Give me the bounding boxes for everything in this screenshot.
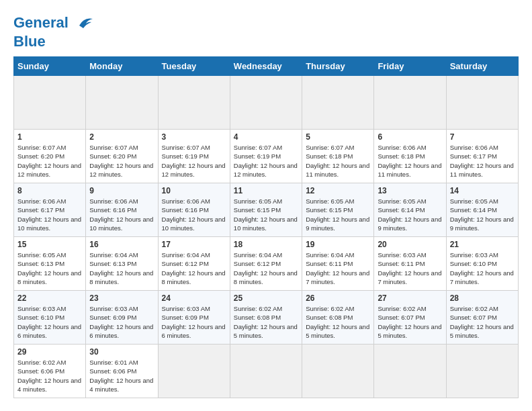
day-info: Sunrise: 6:03 AM Sunset: 6:09 PM Dayligh… <box>162 304 226 340</box>
calendar-cell: 21 Sunrise: 6:03 AM Sunset: 6:10 PM Dayl… <box>446 237 518 291</box>
day-info: Sunrise: 6:05 AM Sunset: 6:13 PM Dayligh… <box>17 250 82 286</box>
day-info: Sunrise: 6:02 AM Sunset: 6:08 PM Dayligh… <box>306 304 370 340</box>
calendar-cell: 25 Sunrise: 6:02 AM Sunset: 6:08 PM Dayl… <box>230 291 302 345</box>
calendar-cell <box>374 76 446 130</box>
calendar-cell: 22 Sunrise: 6:03 AM Sunset: 6:10 PM Dayl… <box>14 291 86 345</box>
day-info: Sunrise: 6:06 AM Sunset: 6:16 PM Dayligh… <box>89 197 154 232</box>
day-number: 30 <box>89 347 154 357</box>
calendar-cell: 29 Sunrise: 6:02 AM Sunset: 6:06 PM Dayl… <box>14 345 86 398</box>
calendar-table: SundayMondayTuesdayWednesdayThursdayFrid… <box>13 56 519 398</box>
day-number: 8 <box>17 186 82 195</box>
day-info: Sunrise: 6:06 AM Sunset: 6:17 PM Dayligh… <box>450 143 515 179</box>
day-number: 25 <box>234 293 298 303</box>
calendar-cell <box>230 345 302 398</box>
calendar-cell <box>446 345 518 398</box>
col-header-tuesday: Tuesday <box>158 57 230 76</box>
calendar-cell <box>446 76 518 130</box>
day-number: 7 <box>450 132 515 142</box>
col-header-monday: Monday <box>86 57 158 76</box>
calendar-cell <box>302 345 374 398</box>
day-number: 17 <box>162 240 226 249</box>
day-info: Sunrise: 6:07 AM Sunset: 6:19 PM Dayligh… <box>234 143 298 179</box>
calendar-cell: 9 Sunrise: 6:06 AM Sunset: 6:16 PM Dayli… <box>86 183 158 237</box>
day-number: 20 <box>378 240 442 249</box>
day-number: 23 <box>89 293 154 303</box>
day-info: Sunrise: 6:02 AM Sunset: 6:07 PM Dayligh… <box>378 304 442 340</box>
day-number: 18 <box>234 240 298 249</box>
calendar-cell <box>14 76 86 130</box>
day-number: 26 <box>306 293 370 303</box>
day-info: Sunrise: 6:02 AM Sunset: 6:06 PM Dayligh… <box>17 358 82 394</box>
calendar-cell: 16 Sunrise: 6:04 AM Sunset: 6:13 PM Dayl… <box>86 237 158 291</box>
day-info: Sunrise: 6:07 AM Sunset: 6:19 PM Dayligh… <box>162 143 226 179</box>
calendar-cell: 15 Sunrise: 6:05 AM Sunset: 6:13 PM Dayl… <box>14 237 86 291</box>
calendar-cell: 30 Sunrise: 6:01 AM Sunset: 6:06 PM Dayl… <box>86 345 158 398</box>
calendar-cell: 1 Sunrise: 6:07 AM Sunset: 6:20 PM Dayli… <box>14 130 86 183</box>
calendar-cell: 27 Sunrise: 6:02 AM Sunset: 6:07 PM Dayl… <box>374 291 446 345</box>
day-info: Sunrise: 6:01 AM Sunset: 6:06 PM Dayligh… <box>89 358 154 394</box>
day-info: Sunrise: 6:03 AM Sunset: 6:11 PM Dayligh… <box>378 250 442 286</box>
calendar-cell <box>374 345 446 398</box>
day-number: 21 <box>450 240 515 249</box>
day-number: 29 <box>17 347 82 357</box>
day-info: Sunrise: 6:07 AM Sunset: 6:20 PM Dayligh… <box>89 143 154 179</box>
calendar-cell: 19 Sunrise: 6:04 AM Sunset: 6:11 PM Dayl… <box>302 237 374 291</box>
col-header-friday: Friday <box>374 57 446 76</box>
day-info: Sunrise: 6:06 AM Sunset: 6:17 PM Dayligh… <box>17 197 82 232</box>
day-info: Sunrise: 6:05 AM Sunset: 6:14 PM Dayligh… <box>450 197 515 232</box>
calendar-cell: 14 Sunrise: 6:05 AM Sunset: 6:14 PM Dayl… <box>446 183 518 237</box>
calendar-cell: 26 Sunrise: 6:02 AM Sunset: 6:08 PM Dayl… <box>302 291 374 345</box>
day-number: 10 <box>162 186 226 195</box>
day-number: 6 <box>378 132 442 142</box>
day-info: Sunrise: 6:07 AM Sunset: 6:20 PM Dayligh… <box>17 143 82 179</box>
logo: General Blue <box>13 13 94 50</box>
calendar-cell: 4 Sunrise: 6:07 AM Sunset: 6:19 PM Dayli… <box>230 130 302 183</box>
calendar-cell: 18 Sunrise: 6:04 AM Sunset: 6:12 PM Dayl… <box>230 237 302 291</box>
calendar-cell: 23 Sunrise: 6:03 AM Sunset: 6:09 PM Dayl… <box>86 291 158 345</box>
calendar-cell: 7 Sunrise: 6:06 AM Sunset: 6:17 PM Dayli… <box>446 130 518 183</box>
header: General Blue <box>13 13 519 50</box>
col-header-saturday: Saturday <box>446 57 518 76</box>
day-info: Sunrise: 6:02 AM Sunset: 6:07 PM Dayligh… <box>450 304 515 340</box>
calendar-cell: 13 Sunrise: 6:05 AM Sunset: 6:14 PM Dayl… <box>374 183 446 237</box>
day-info: Sunrise: 6:05 AM Sunset: 6:14 PM Dayligh… <box>378 197 442 232</box>
day-info: Sunrise: 6:03 AM Sunset: 6:09 PM Dayligh… <box>89 304 154 340</box>
calendar-cell: 2 Sunrise: 6:07 AM Sunset: 6:20 PM Dayli… <box>86 130 158 183</box>
col-header-thursday: Thursday <box>302 57 374 76</box>
logo-text: General <box>13 13 94 34</box>
day-info: Sunrise: 6:04 AM Sunset: 6:13 PM Dayligh… <box>89 250 154 286</box>
calendar-cell <box>86 76 158 130</box>
day-info: Sunrise: 6:04 AM Sunset: 6:11 PM Dayligh… <box>306 250 370 286</box>
calendar-cell: 24 Sunrise: 6:03 AM Sunset: 6:09 PM Dayl… <box>158 291 230 345</box>
day-number: 16 <box>89 240 154 249</box>
day-number: 1 <box>17 132 82 142</box>
calendar-cell <box>158 76 230 130</box>
calendar-cell: 11 Sunrise: 6:05 AM Sunset: 6:15 PM Dayl… <box>230 183 302 237</box>
calendar-cell: 3 Sunrise: 6:07 AM Sunset: 6:19 PM Dayli… <box>158 130 230 183</box>
day-info: Sunrise: 6:03 AM Sunset: 6:10 PM Dayligh… <box>450 250 515 286</box>
logo-text2: Blue <box>13 34 94 50</box>
day-number: 2 <box>89 132 154 142</box>
day-info: Sunrise: 6:07 AM Sunset: 6:18 PM Dayligh… <box>306 143 370 179</box>
col-header-sunday: Sunday <box>14 57 86 76</box>
day-info: Sunrise: 6:02 AM Sunset: 6:08 PM Dayligh… <box>234 304 298 340</box>
day-number: 12 <box>306 186 370 195</box>
calendar-cell: 12 Sunrise: 6:05 AM Sunset: 6:15 PM Dayl… <box>302 183 374 237</box>
day-number: 11 <box>234 186 298 195</box>
calendar-cell <box>230 76 302 130</box>
calendar-cell <box>302 76 374 130</box>
col-header-wednesday: Wednesday <box>230 57 302 76</box>
calendar-cell: 6 Sunrise: 6:06 AM Sunset: 6:18 PM Dayli… <box>374 130 446 183</box>
day-info: Sunrise: 6:04 AM Sunset: 6:12 PM Dayligh… <box>162 250 226 286</box>
calendar-cell: 17 Sunrise: 6:04 AM Sunset: 6:12 PM Dayl… <box>158 237 230 291</box>
day-number: 15 <box>17 240 82 249</box>
day-number: 28 <box>450 293 515 303</box>
day-info: Sunrise: 6:04 AM Sunset: 6:12 PM Dayligh… <box>234 250 298 286</box>
day-info: Sunrise: 6:06 AM Sunset: 6:18 PM Dayligh… <box>378 143 442 179</box>
day-number: 4 <box>234 132 298 142</box>
day-number: 9 <box>89 186 154 195</box>
day-number: 3 <box>162 132 226 142</box>
day-number: 19 <box>306 240 370 249</box>
day-number: 27 <box>378 293 442 303</box>
calendar-cell: 5 Sunrise: 6:07 AM Sunset: 6:18 PM Dayli… <box>302 130 374 183</box>
